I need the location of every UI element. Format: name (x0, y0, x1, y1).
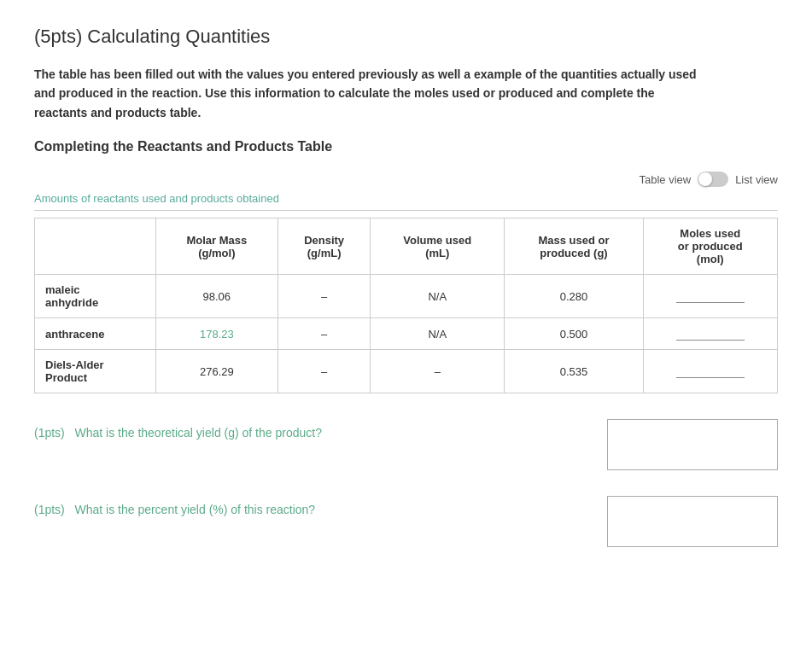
product-moles-input[interactable] (676, 364, 745, 378)
product-molar-mass: 276.29 (155, 350, 278, 393)
product-moles-cell (643, 350, 778, 393)
col-header-moles: Moles usedor produced(mol) (643, 218, 778, 275)
anthracene-moles-cell (643, 318, 778, 350)
question-2-text: (1pts) What is the percent yield (%) of … (34, 496, 590, 516)
q2-label: What is the percent yield (%) of this re… (74, 503, 315, 516)
q1-answer-input[interactable] (608, 420, 777, 469)
row-label-anthracene: anthracene (35, 318, 156, 350)
section-title: Completing the Reactants and Products Ta… (34, 139, 778, 154)
table-row: maleicanhydride 98.06 – N/A 0.280 (35, 275, 778, 318)
q1-label: What is the theoretical yield (g) of the… (74, 426, 321, 440)
list-view-label: List view (735, 173, 778, 186)
q2-answer-input[interactable] (608, 497, 777, 546)
maleic-density: – (278, 275, 371, 318)
col-header-molar-mass: Molar Mass(g/mol) (155, 218, 278, 275)
maleic-molar-mass: 98.06 (155, 275, 278, 318)
question-1-text: (1pts) What is the theoretical yield (g)… (34, 419, 590, 440)
q2-answer-box (607, 496, 778, 547)
table-row: anthracene 178.23 – N/A 0.500 (35, 318, 778, 350)
page-title: (5pts) Calculating Quantities (34, 26, 778, 48)
anthracene-density: – (278, 318, 371, 350)
col-header-mass: Mass used orproduced (g) (505, 218, 643, 275)
description-text: The table has been filled out with the v… (34, 65, 700, 122)
reactants-products-table: Molar Mass(g/mol) Density(g/mL) Volume u… (34, 218, 778, 393)
table-row: Diels-AlderProduct 276.29 – – 0.535 (35, 350, 778, 393)
table-section-label: Amounts of reactants used and products o… (34, 192, 778, 211)
question-2-row: (1pts) What is the percent yield (%) of … (34, 496, 778, 547)
product-density: – (278, 350, 371, 393)
row-label-product: Diels-AlderProduct (35, 350, 156, 393)
question-1-row: (1pts) What is the theoretical yield (g)… (34, 419, 778, 470)
q1-answer-box (607, 419, 778, 470)
view-toggle-switch[interactable] (698, 172, 728, 187)
col-header-volume: Volume used(mL) (371, 218, 505, 275)
maleic-moles-cell (643, 275, 778, 318)
product-volume: – (371, 350, 505, 393)
anthracene-molar-mass: 178.23 (155, 318, 278, 350)
maleic-volume: N/A (371, 275, 505, 318)
anthracene-moles-input[interactable] (676, 327, 745, 341)
maleic-mass: 0.280 (505, 275, 643, 318)
row-label-maleic: maleicanhydride (35, 275, 156, 318)
anthracene-volume: N/A (371, 318, 505, 350)
view-toggle-row: Table view List view (34, 172, 778, 187)
q1-pts: (1pts) (34, 426, 65, 440)
col-header-name (35, 218, 156, 275)
maleic-moles-input[interactable] (676, 289, 745, 303)
product-mass: 0.535 (505, 350, 643, 393)
col-header-density: Density(g/mL) (278, 218, 371, 275)
q2-pts: (1pts) (34, 503, 65, 516)
anthracene-mass: 0.500 (505, 318, 643, 350)
table-view-label: Table view (639, 173, 691, 186)
